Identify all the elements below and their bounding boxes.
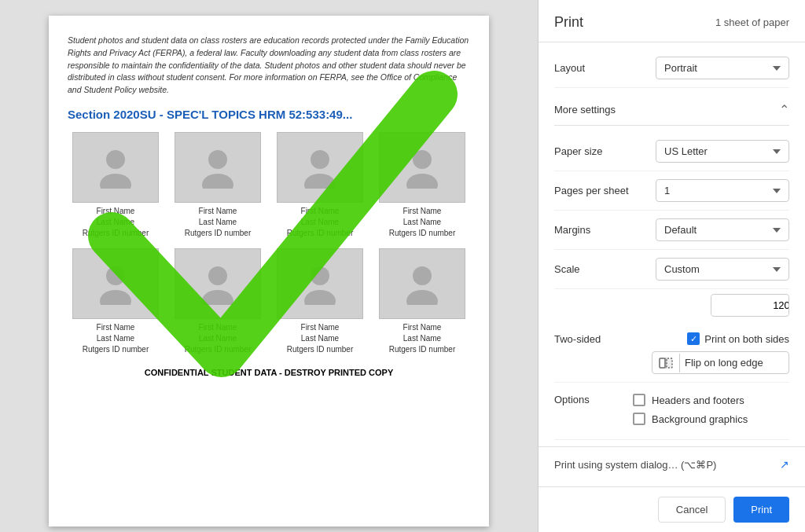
- margins-dropdown[interactable]: Default None Minimum Custom: [656, 218, 789, 241]
- svg-point-7: [406, 174, 438, 189]
- pages-per-sheet-label: Pages per sheet: [554, 185, 633, 196]
- sheets-info: 1 sheet of paper: [715, 17, 789, 28]
- svg-point-15: [406, 290, 438, 305]
- svg-point-3: [202, 174, 233, 189]
- print-header: Print 1 sheet of paper: [539, 0, 805, 42]
- flip-dropdown-row: Flip on long edge Flip on short edge ▼: [554, 351, 789, 374]
- student-name: First NameLast NameRutgers ID number: [287, 206, 353, 239]
- student-name: First NameLast NameRutgers ID number: [83, 322, 149, 355]
- scale-label: Scale: [554, 263, 633, 275]
- student-name: First NameLast NameRutgers ID number: [389, 322, 455, 355]
- background-graphics-checkbox[interactable]: [633, 413, 645, 425]
- svg-point-0: [106, 150, 125, 169]
- layout-section: Layout Portrait Landscape: [539, 42, 805, 94]
- avatar: [379, 248, 465, 319]
- paper-size-control: US Letter A4 Legal: [633, 140, 789, 163]
- avatar: [379, 132, 465, 203]
- two-sided-row: Two-sided ✓ Print on both sides: [554, 332, 789, 345]
- svg-rect-17: [667, 358, 672, 368]
- student-grid-top: First NameLast NameRutgers ID number Fir…: [68, 132, 470, 239]
- print-title: Print: [554, 14, 583, 31]
- two-sided-section: Two-sided ✓ Print on both sides: [554, 325, 789, 383]
- print-both-sides-label[interactable]: ✓ Print on both sides: [687, 332, 789, 345]
- paper-size-label: Paper size: [554, 145, 633, 157]
- action-buttons: Cancel Print: [539, 486, 805, 532]
- svg-point-2: [208, 150, 227, 169]
- pages-per-sheet-row: Pages per sheet 1 2 4: [554, 171, 789, 211]
- page-preview: Student photos and student data on class…: [49, 16, 489, 526]
- svg-point-10: [208, 266, 227, 285]
- pages-per-sheet-dropdown[interactable]: 1 2 4: [656, 179, 789, 202]
- system-dialog-text: Print using system dialog… (⌥⌘P): [554, 459, 716, 471]
- student-name: First NameLast NameRutgers ID number: [389, 206, 455, 239]
- paper-size-dropdown[interactable]: US Letter A4 Legal: [656, 140, 789, 163]
- avatar: [175, 248, 261, 319]
- more-settings-label: More settings: [554, 104, 616, 116]
- confidential-footer: CONFIDENTIAL STUDENT DATA - DESTROY PRIN…: [68, 368, 470, 377]
- avatar: [175, 132, 261, 203]
- student-card: First NameLast NameRutgers ID number: [374, 132, 470, 239]
- avatar: [72, 248, 159, 319]
- avatar: [277, 132, 363, 203]
- more-settings-header: More settings ⌃: [539, 94, 805, 126]
- cancel-button[interactable]: Cancel: [658, 497, 726, 523]
- flip-icon: [652, 354, 680, 372]
- background-graphics-text: Background graphics: [652, 413, 748, 425]
- student-name: First NameLast NameRutgers ID number: [287, 322, 353, 355]
- student-card: First NameLast NameRutgers ID number: [272, 132, 368, 239]
- paper-size-row: Paper size US Letter A4 Legal: [554, 132, 789, 171]
- student-card: First NameLast NameRutgers ID number: [68, 248, 164, 355]
- student-name: First NameLast NameRutgers ID number: [185, 322, 251, 355]
- flip-select-wrapper: Flip on long edge Flip on short edge ▼: [652, 351, 789, 374]
- external-link-icon[interactable]: ↗: [780, 458, 789, 471]
- margins-row: Margins Default None Minimum Custom: [554, 211, 789, 250]
- margins-control: Default None Minimum Custom: [633, 218, 789, 241]
- expanded-settings: Paper size US Letter A4 Legal Pages per …: [539, 126, 805, 446]
- student-card: First NameLast NameRutgers ID number: [374, 248, 470, 355]
- flip-edge-dropdown[interactable]: Flip on long edge Flip on short edge: [680, 352, 786, 373]
- svg-point-9: [100, 290, 131, 305]
- scale-dropdown[interactable]: Default Custom Fit to page: [656, 258, 789, 281]
- headers-footers-text: Headers and footers: [652, 394, 744, 406]
- two-sided-label: Two-sided: [554, 333, 601, 345]
- svg-point-6: [413, 150, 432, 169]
- scale-row: Scale Default Custom Fit to page: [554, 250, 789, 289]
- system-dialog-row[interactable]: Print using system dialog… (⌥⌘P) ↗: [539, 446, 805, 482]
- svg-point-13: [304, 290, 336, 305]
- svg-point-5: [304, 174, 336, 189]
- svg-point-8: [106, 266, 125, 285]
- scale-control: Default Custom Fit to page: [633, 258, 789, 281]
- background-graphics-row[interactable]: Background graphics: [633, 413, 748, 425]
- student-card: First NameLast NameRutgers ID number: [272, 248, 368, 355]
- student-name: First NameLast NameRutgers ID number: [185, 206, 251, 239]
- options-label: Options: [554, 394, 617, 405]
- student-card: First NameLast NameRutgers ID number: [170, 248, 266, 355]
- svg-point-12: [311, 266, 329, 285]
- print-panel: Print 1 sheet of paper Layout Portrait L…: [538, 0, 805, 532]
- print-both-sides-checkbox[interactable]: ✓: [687, 332, 700, 345]
- options-section: Options Headers and footers Background g…: [554, 383, 789, 440]
- avatar: [277, 248, 363, 319]
- student-card: First NameLast NameRutgers ID number: [68, 132, 164, 239]
- layout-control: Portrait Landscape: [633, 57, 789, 79]
- scale-spinner: 120 ▲ ▼: [711, 294, 789, 317]
- more-settings-row: More settings ⌃: [554, 94, 789, 126]
- svg-point-4: [311, 150, 329, 169]
- chevron-up-icon[interactable]: ⌃: [779, 102, 789, 117]
- scale-input[interactable]: 120: [711, 295, 789, 315]
- svg-point-11: [202, 290, 233, 305]
- section-title: Section 2020SU - SPEC'L TOPICS HRM 52:53…: [68, 108, 470, 121]
- student-name: First NameLast NameRutgers ID number: [83, 206, 149, 239]
- svg-point-14: [413, 266, 432, 285]
- layout-row: Layout Portrait Landscape: [554, 49, 789, 88]
- headers-footers-row[interactable]: Headers and footers: [633, 394, 748, 406]
- layout-dropdown[interactable]: Portrait Landscape: [656, 57, 789, 79]
- student-card: First NameLast NameRutgers ID number: [170, 132, 266, 239]
- student-grid-bottom: First NameLast NameRutgers ID number Fir…: [68, 248, 470, 355]
- avatar: [72, 132, 159, 203]
- print-both-sides-text: Print on both sides: [704, 333, 789, 345]
- margins-label: Margins: [554, 224, 633, 236]
- headers-footers-checkbox[interactable]: [633, 394, 645, 406]
- flip-dropdown-arrow-icon: ▼: [786, 358, 789, 367]
- print-button[interactable]: Print: [733, 497, 789, 523]
